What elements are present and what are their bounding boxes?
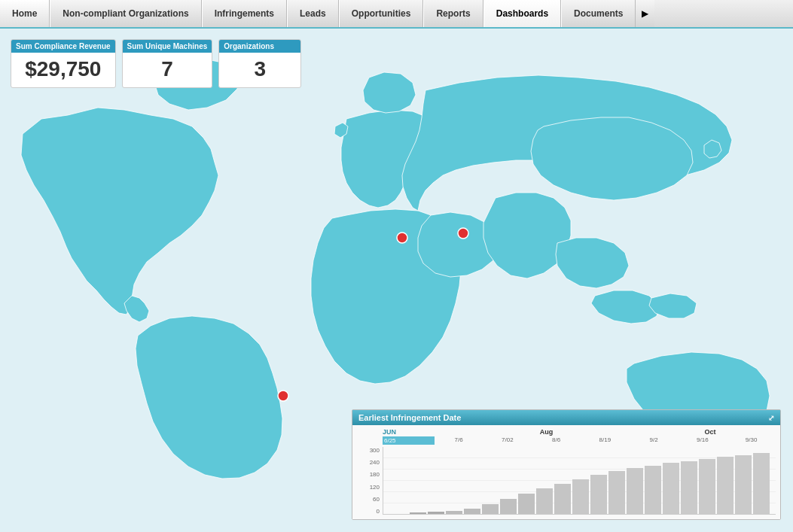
bar-17: [699, 459, 715, 514]
stat-box-organizations: Organizations 3: [218, 39, 301, 88]
map-pin-brazil: [278, 391, 288, 401]
bar-11: [590, 475, 607, 514]
chart-expand-icon[interactable]: ⤢: [768, 414, 774, 422]
bar-18: [717, 457, 734, 514]
nav-tab-reports[interactable]: Reports: [423, 0, 483, 27]
bar-3: [446, 511, 462, 514]
chart-panel: Earliest Infringement Date ⤢ JUN Aug Oct…: [352, 409, 781, 520]
chart-date-930: 9/30: [727, 436, 776, 445]
stat-box-compliance-revenue: Sum Compliance Revenue $29,750: [11, 39, 116, 88]
map-pin-russia: [458, 228, 468, 239]
bar-1: [410, 512, 426, 514]
chart-date-916: 9/16: [679, 436, 727, 445]
bar-20: [753, 453, 770, 514]
chart-y-axis: 300 240 180 120 60 0: [357, 447, 383, 515]
nav-tab-opportunities[interactable]: Opportunities: [339, 0, 424, 27]
chart-date-92: 9/2: [630, 436, 679, 445]
y-label-240: 240: [357, 459, 380, 466]
chart-month-oct: Oct: [645, 428, 776, 436]
nav-tab-infringements[interactable]: Infringements: [202, 0, 287, 27]
nav-tab-leads[interactable]: Leads: [287, 0, 339, 27]
bar-15: [663, 463, 679, 514]
y-label-300: 300: [357, 447, 380, 454]
chart-body: JUN Aug Oct 6/25 7/6 7/02 8/6 8/19 9/2 9…: [352, 425, 780, 519]
chart-date-702: 7/02: [483, 436, 532, 445]
nav-more-button[interactable]: ▶: [636, 0, 654, 27]
stat-box-header-2: Sum Unique Machines: [123, 40, 212, 53]
bar-7: [518, 494, 535, 514]
chart-bars-area: [383, 447, 776, 515]
bar-19: [735, 455, 752, 514]
navbar: Home Non-compliant Organizations Infring…: [0, 0, 793, 29]
chart-date-819: 8/19: [581, 436, 630, 445]
stat-box-value-3: 3: [219, 53, 300, 87]
stat-box-unique-machines: Sum Unique Machines 7: [122, 39, 213, 88]
bar-6: [500, 499, 517, 514]
y-label-60: 60: [357, 496, 380, 503]
chart-date-625: 6/25: [383, 436, 435, 445]
bar-13: [627, 468, 643, 514]
stat-boxes: Sum Compliance Revenue $29,750 Sum Uniqu…: [11, 39, 301, 88]
bar-12: [608, 471, 625, 514]
chart-date-76: 7/6: [435, 436, 483, 445]
chart-month-jun: JUN: [383, 428, 448, 436]
main-content: Sum Compliance Revenue $29,750 Sum Uniqu…: [0, 29, 793, 532]
stat-box-value-1: $29,750: [11, 53, 115, 87]
stat-box-value-2: 7: [123, 53, 212, 87]
y-label-120: 120: [357, 484, 380, 491]
bar-2: [428, 512, 444, 514]
bar-16: [681, 461, 697, 514]
bar-8: [536, 488, 553, 514]
nav-tab-documents[interactable]: Documents: [561, 0, 636, 27]
chart-title: Earliest Infringement Date: [358, 413, 461, 422]
bar-10: [572, 479, 589, 514]
y-label-180: 180: [357, 471, 380, 478]
stat-box-header-1: Sum Compliance Revenue: [11, 40, 115, 53]
bar-5: [482, 504, 499, 514]
chart-date-86: 8/6: [532, 436, 581, 445]
nav-tab-dashboards[interactable]: Dashboards: [483, 0, 561, 27]
bar-14: [645, 466, 661, 514]
bar-9: [554, 484, 571, 514]
chart-title-bar: Earliest Infringement Date ⤢: [352, 410, 780, 425]
stat-box-header-3: Organizations: [219, 40, 300, 53]
y-label-0: 0: [357, 508, 380, 515]
bar-4: [464, 509, 480, 514]
nav-tab-home[interactable]: Home: [0, 0, 50, 27]
map-pin-europe: [397, 233, 407, 243]
nav-tab-noncompliant[interactable]: Non-compliant Organizations: [50, 0, 201, 27]
chart-month-aug: Aug: [448, 428, 645, 436]
